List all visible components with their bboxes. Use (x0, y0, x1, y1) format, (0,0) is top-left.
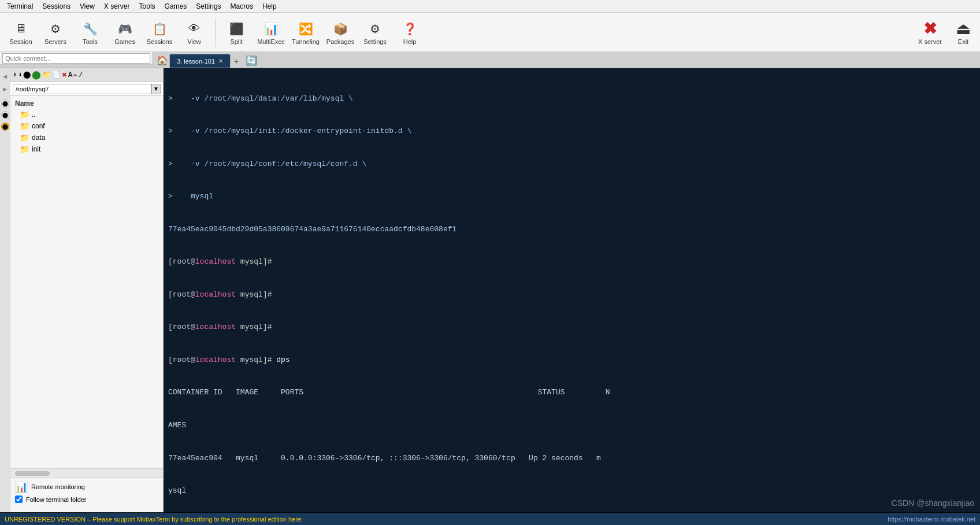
folder-data-icon: 📁 (20, 133, 29, 142)
file-tree: Name 📁 .. 📁 conf 📁 data 📁 init (10, 96, 163, 468)
sidebar-bottom: 📊 Remote monitoring Follow terminal fold… (10, 478, 163, 512)
multiexec-icon: 📊 (262, 20, 280, 38)
toolbar-servers[interactable]: ⚙ Servers (39, 15, 72, 50)
settings-icon: ⚙ (366, 20, 384, 38)
remote-monitoring-label: Remote monitoring (31, 483, 85, 490)
follow-terminal-label: Follow terminal folder (26, 496, 87, 503)
term-line-6: [root@localhost mysql]# (168, 257, 975, 268)
toolbar-games[interactable]: 🎮 Games (109, 15, 141, 50)
sidebar-btn-edit[interactable]: ✏ (73, 71, 77, 79)
sidebar-icon-2[interactable]: ▶ (1, 84, 10, 94)
sidebar-btn-add[interactable]: ⬤ (23, 71, 31, 79)
tree-item-dotdot[interactable]: 📁 .. (10, 109, 163, 120)
toolbar-split[interactable]: ⬛ Split (220, 15, 253, 50)
toolbar-view[interactable]: 👁 View (178, 15, 210, 50)
sidebar-toggle-2[interactable]: ⬤ (1, 111, 9, 119)
toolbar-session[interactable]: 🖥 Session (5, 15, 37, 50)
menu-terminal[interactable]: Terminal (2, 1, 38, 12)
follow-terminal-checkbox[interactable] (15, 496, 23, 503)
menu-macros[interactable]: Macros (226, 1, 258, 12)
toolbar-right: ✖ X server ⏏ Exit (914, 17, 975, 47)
tab-close-button[interactable]: ✕ (218, 58, 223, 64)
toolbar-packages[interactable]: 📦 Packages (324, 15, 357, 50)
toolbar-tools[interactable]: 🔧 Tools (74, 15, 106, 50)
tab-bar: 🏠 3. lesson-101 ✕ + 🔄 (153, 52, 980, 68)
tunneling-icon: 🔀 (296, 20, 315, 38)
tree-item-conf[interactable]: 📁 conf (10, 120, 163, 132)
status-bar: UNREGISTERED VERSION – Please support Mo… (0, 512, 980, 525)
sidebar-btn-green[interactable]: ⬤ (32, 70, 41, 80)
term-line-8: [root@localhost mysql]# (168, 322, 975, 333)
path-bar: ▼ (10, 82, 163, 96)
main-area: ◀ ▶ ⬤ ⬤ ⬤ ⬆ ⬇ ⬤ ⬤ 📁 📄 ✖ A ✏ / (0, 68, 980, 512)
sidebar-btn-slash[interactable]: / (79, 71, 83, 79)
sidebar-hscroll[interactable] (10, 468, 163, 478)
packages-icon: 📦 (331, 20, 350, 38)
path-input[interactable] (13, 84, 151, 94)
term-line-13: ysql (168, 486, 975, 497)
terminal[interactable]: > -v /root/mysql/data:/var/lib/mysql \ >… (164, 68, 980, 512)
toolbar: 🖥 Session ⚙ Servers 🔧 Tools 🎮 Games 📋 Se… (0, 13, 980, 52)
menu-view[interactable]: View (75, 1, 99, 12)
sidebar-btn-folder[interactable]: 📁 (42, 71, 51, 79)
tab-lesson101[interactable]: 3. lesson-101 ✕ (169, 54, 231, 68)
new-tab-button[interactable]: + (231, 56, 242, 68)
xserver-button[interactable]: ✖ X server (914, 17, 946, 47)
status-bar-text: UNREGISTERED VERSION – Please support Mo… (5, 516, 303, 523)
quick-connect-input[interactable] (2, 53, 150, 64)
servers-icon: ⚙ (46, 20, 65, 38)
tools-icon: 🔧 (81, 20, 99, 38)
sidebar-icon-1[interactable]: ◀ (1, 72, 10, 81)
term-line-2: > -v /root/mysql/init:/docker-entrypoint… (168, 126, 975, 137)
hscroll-thumb[interactable] (15, 471, 50, 476)
home-tab-icon[interactable]: 🏠 (155, 54, 169, 68)
menu-bar: Terminal Sessions View X server Tools Ga… (0, 0, 980, 13)
path-go-button[interactable]: ▼ (151, 84, 161, 94)
exit-button[interactable]: ⏏ Exit (951, 17, 975, 47)
refresh-button[interactable]: 🔄 (244, 54, 258, 68)
sidebar-btn-red[interactable]: ✖ (62, 70, 66, 80)
menu-sessions[interactable]: Sessions (38, 1, 75, 12)
toolbar-divider-1 (215, 18, 216, 47)
term-line-11: AMES (168, 420, 975, 431)
term-line-10: CONTAINER ID IMAGE PORTS STATUS N (168, 387, 975, 398)
toolbar-settings[interactable]: ⚙ Settings (359, 15, 391, 50)
sessions-icon: 📋 (150, 20, 169, 38)
sidebar-toggle-3[interactable]: ⬤ (1, 123, 9, 131)
menu-tools[interactable]: Tools (135, 1, 160, 12)
sidebar-toggle-1[interactable]: ⬤ (1, 99, 9, 108)
term-line-7: [root@localhost mysql]# (168, 290, 975, 301)
sidebar-btn-A[interactable]: A (68, 71, 72, 79)
menu-xserver[interactable]: X server (99, 1, 135, 12)
exit-icon: ⏏ (956, 19, 971, 38)
toolbar-sessions[interactable]: 📋 Sessions (143, 15, 176, 50)
quick-connect-tab-row: 🏠 3. lesson-101 ✕ + 🔄 (0, 52, 980, 68)
games-icon: 🎮 (116, 20, 134, 38)
toolbar-tunneling[interactable]: 🔀 Tunneling (289, 15, 322, 50)
tree-header: Name (10, 98, 163, 109)
follow-terminal-item[interactable]: Follow terminal folder (15, 496, 158, 503)
tree-item-data[interactable]: 📁 data (10, 132, 163, 143)
help-icon: ❓ (400, 20, 419, 38)
toolbar-multiexec[interactable]: 📊 MultiExec (255, 15, 287, 50)
session-icon: 🖥 (12, 20, 30, 38)
remote-monitoring-icon: 📊 (15, 480, 28, 493)
folder-up-icon: 📁 (20, 110, 29, 119)
menu-games[interactable]: Games (160, 1, 192, 12)
csdn-watermark: CSDN @shangxianjiao (892, 498, 974, 508)
sidebar-btn-up[interactable]: ⬆ (13, 71, 17, 79)
view-icon: 👁 (185, 20, 203, 38)
sidebar-btn-file[interactable]: 📄 (52, 71, 61, 79)
app-window: Terminal Sessions View X server Tools Ga… (0, 0, 980, 525)
x-server-icon: ✖ (923, 19, 937, 38)
sidebar-toolbar: ⬆ ⬇ ⬤ ⬤ 📁 📄 ✖ A ✏ / (10, 68, 163, 82)
status-bar-url[interactable]: https://mobaxterm.mobatek.net (888, 516, 975, 523)
remote-monitoring-item[interactable]: 📊 Remote monitoring (15, 480, 158, 493)
sidebar-btn-down[interactable]: ⬇ (18, 71, 22, 79)
menu-help[interactable]: Help (258, 1, 281, 12)
toolbar-help[interactable]: ❓ Help (394, 15, 426, 50)
menu-settings[interactable]: Settings (191, 1, 225, 12)
term-line-4: > mysql (168, 191, 975, 202)
tree-item-init[interactable]: 📁 init (10, 143, 163, 155)
folder-init-icon: 📁 (20, 145, 29, 154)
